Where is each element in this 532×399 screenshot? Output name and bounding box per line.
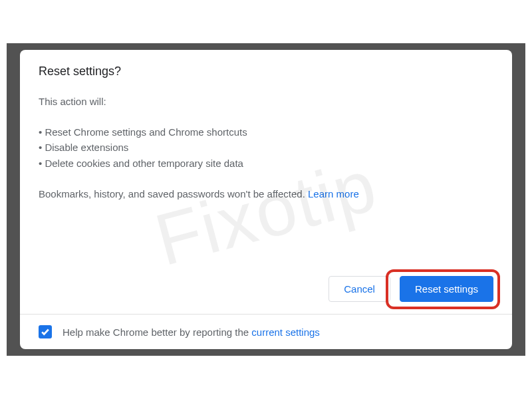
dialog-buttons: Cancel Reset settings [20,264,512,314]
report-checkbox[interactable] [39,325,52,338]
list-item: Disable extensions [39,140,493,155]
learn-more-link[interactable]: Learn more [308,188,359,200]
reset-settings-dialog: Reset settings? This action will: Reset … [20,50,512,349]
dialog-title: Reset settings? [39,65,493,78]
action-list: Reset Chrome settings and Chrome shortcu… [39,124,493,171]
dialog-backdrop: Fixotip Reset settings? This action will… [7,43,525,356]
footer-text-before: Help make Chrome better by reporting the [63,327,251,338]
list-item: Delete cookies and other temporary site … [39,156,493,171]
footer-label: Help make Chrome better by reporting the… [63,327,320,338]
dialog-body: Reset settings? This action will: Reset … [20,50,512,264]
note-text: Bookmarks, history, and saved passwords … [39,188,308,200]
dialog-note: Bookmarks, history, and saved passwords … [39,187,493,202]
dialog-intro: This action will: [39,96,493,107]
check-icon [41,327,50,336]
reset-settings-button[interactable]: Reset settings [400,276,493,302]
list-item: Reset Chrome settings and Chrome shortcu… [39,124,493,140]
dialog-footer: Help make Chrome better by reporting the… [20,315,512,349]
cancel-button[interactable]: Cancel [329,276,390,302]
current-settings-link[interactable]: current settings [251,327,320,338]
